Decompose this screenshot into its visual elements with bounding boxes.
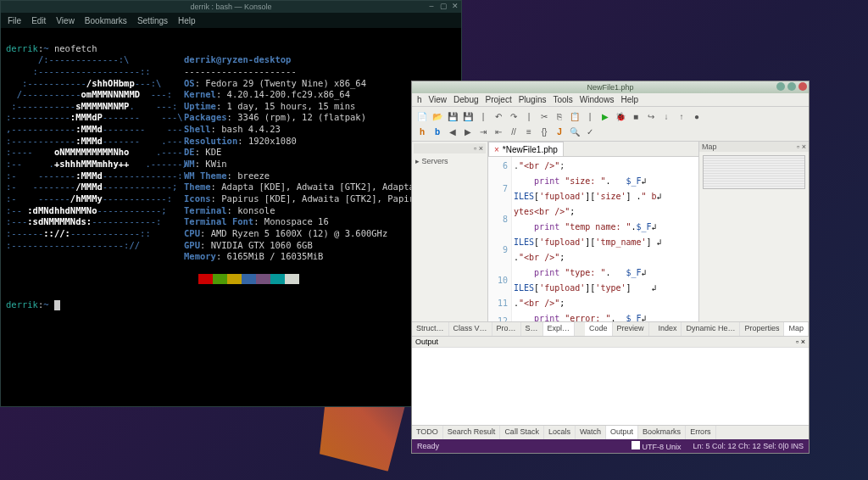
brackets-icon[interactable]: {} bbox=[537, 125, 551, 138]
menu-view[interactable]: View bbox=[429, 95, 448, 104]
nav-back-icon[interactable]: ◀ bbox=[446, 125, 459, 138]
tab-close-icon[interactable]: × bbox=[494, 145, 499, 154]
tab-locals[interactable]: Locals bbox=[544, 426, 576, 439]
save-icon[interactable]: 💾 bbox=[446, 109, 459, 123]
ide-left-panel: ▫ × ▸ Servers bbox=[412, 142, 488, 321]
menu-help[interactable]: Help bbox=[178, 16, 196, 25]
menu-h[interactable]: h bbox=[417, 95, 422, 104]
tab-newfile[interactable]: ×*NewFile1.php bbox=[488, 142, 564, 156]
menu-project[interactable]: Project bbox=[486, 95, 512, 104]
menu-plugins[interactable]: Plugins bbox=[519, 95, 547, 104]
new-file-icon[interactable]: 📄 bbox=[415, 109, 429, 123]
tab-watch[interactable]: Watch bbox=[576, 426, 606, 439]
close-icon[interactable]: ✕ bbox=[451, 2, 459, 10]
menu-bookmarks[interactable]: Bookmarks bbox=[85, 16, 127, 25]
menu-file[interactable]: File bbox=[8, 16, 21, 25]
neofetch-ascii: /:-------------:\ :-------------------::… bbox=[6, 54, 184, 251]
prompt-user: derrik bbox=[6, 43, 38, 53]
panel-close-icon[interactable]: ▫ × bbox=[474, 144, 483, 153]
map-label: Map bbox=[702, 142, 717, 151]
line-gutter: 6 7 8 9 10 11 12 13 14 bbox=[488, 157, 512, 321]
menu-view[interactable]: View bbox=[56, 16, 75, 25]
outdent-icon[interactable]: ⇤ bbox=[492, 125, 505, 138]
panel-close-icon[interactable]: ▫ × bbox=[797, 142, 806, 151]
redo-icon[interactable]: ↷ bbox=[507, 109, 520, 123]
stop-icon[interactable]: ■ bbox=[629, 109, 643, 123]
tab-map[interactable]: Map bbox=[784, 322, 809, 336]
tab-bookmarks[interactable]: Bookmarks bbox=[638, 426, 686, 439]
indent-icon[interactable]: ⇥ bbox=[476, 125, 490, 138]
ide-panel-tabs-upper: Struct… Class V… Pro… S… Expl… Code Prev… bbox=[412, 321, 809, 336]
tab-errors[interactable]: Errors bbox=[686, 426, 716, 439]
terminal-menubar: File Edit View Bookmarks Settings Help bbox=[1, 13, 461, 28]
copy-icon[interactable]: ⎘ bbox=[553, 109, 566, 123]
debug-icon[interactable]: 🐞 bbox=[614, 109, 627, 123]
ide-statusbar: Ready UTF-8 Unix Ln: 5 Col: 12 Ch: 12 Se… bbox=[412, 439, 809, 453]
run-icon[interactable]: ▶ bbox=[598, 109, 612, 123]
step-over-icon[interactable]: ↪ bbox=[644, 109, 658, 123]
step-out-icon[interactable]: ↑ bbox=[675, 109, 688, 123]
minimap[interactable] bbox=[703, 155, 805, 189]
j-icon[interactable]: J bbox=[553, 125, 566, 138]
tab-preview[interactable]: Preview bbox=[613, 322, 649, 336]
tab-search[interactable]: Search Result bbox=[443, 426, 501, 439]
paste-icon[interactable]: 📋 bbox=[568, 109, 581, 123]
folder-icon: ▸ bbox=[415, 157, 420, 165]
output-label: Output bbox=[415, 338, 438, 346]
neofetch-info: derrik@ryzen-desktop -------------------… bbox=[184, 54, 447, 287]
code-editor[interactable]: 6 7 8 9 10 11 12 13 14 ."<br />"; print … bbox=[488, 157, 698, 321]
terminal-title: derrik : bash — Konsole bbox=[190, 3, 271, 11]
terminal-window: derrik : bash — Konsole – ▢ ✕ File Edit … bbox=[0, 0, 462, 407]
tab-todo[interactable]: TODO bbox=[412, 426, 443, 439]
terminal-body[interactable]: derrik:~ neofetch /:-------------:\ :---… bbox=[1, 28, 461, 326]
format-icon[interactable]: ≡ bbox=[522, 125, 536, 138]
checkbox-icon[interactable] bbox=[632, 441, 640, 449]
validate-icon[interactable]: ✓ bbox=[583, 125, 597, 138]
output-area: Output▫ × bbox=[412, 336, 809, 425]
sep-icon: | bbox=[583, 109, 597, 123]
menu-help[interactable]: Help bbox=[620, 95, 638, 104]
panel-close-icon[interactable]: ▫ × bbox=[796, 338, 805, 346]
tab-classview[interactable]: Class V… bbox=[449, 322, 492, 336]
tab-s[interactable]: S… bbox=[521, 322, 543, 336]
code-area[interactable]: ."<br />"; print "size: ". $_F↲ ILES['fu… bbox=[512, 157, 698, 321]
comment-icon[interactable]: // bbox=[507, 125, 520, 138]
tab-code[interactable]: Code bbox=[585, 322, 613, 336]
menu-debug[interactable]: Debug bbox=[453, 95, 478, 104]
menu-windows[interactable]: Windows bbox=[580, 95, 615, 104]
cut-icon[interactable]: ✂ bbox=[537, 109, 551, 123]
tab-dynamic[interactable]: Dynamic He… bbox=[682, 322, 740, 336]
maximize-icon[interactable] bbox=[787, 82, 796, 91]
tab-structure[interactable]: Struct… bbox=[412, 322, 449, 336]
tab-index[interactable]: Index bbox=[654, 322, 682, 336]
php-tag-icon[interactable]: h bbox=[415, 125, 429, 138]
minimize-icon[interactable]: – bbox=[427, 2, 436, 10]
breakpoint-icon[interactable]: ● bbox=[690, 109, 704, 123]
nav-fwd-icon[interactable]: ▶ bbox=[461, 125, 475, 138]
tab-output[interactable]: Output bbox=[606, 426, 638, 439]
ide-panel-tabs-lower: TODO Search Result Call Stack Locals Wat… bbox=[412, 425, 809, 439]
ide-toolbars: 📄 📂 💾 💾 | ↶ ↷ | ✂ ⎘ 📋 | ▶ 🐞 ■ ↪ ↓ ↑ ● h … bbox=[412, 107, 809, 142]
undo-icon[interactable]: ↶ bbox=[492, 109, 505, 123]
find-icon[interactable]: 🔍 bbox=[568, 125, 581, 138]
menu-settings[interactable]: Settings bbox=[137, 16, 168, 25]
menu-tools[interactable]: Tools bbox=[553, 95, 572, 104]
maximize-icon[interactable]: ▢ bbox=[439, 2, 448, 10]
status-ready: Ready bbox=[417, 442, 439, 450]
menu-edit[interactable]: Edit bbox=[31, 16, 46, 25]
close-icon[interactable] bbox=[798, 82, 807, 91]
minimize-icon[interactable] bbox=[776, 82, 785, 91]
terminal-titlebar[interactable]: derrik : bash — Konsole – ▢ ✕ bbox=[1, 1, 461, 13]
ide-titlebar[interactable]: NewFile1.php bbox=[412, 81, 809, 93]
save-all-icon[interactable]: 💾 bbox=[461, 109, 475, 123]
ide-right-panel: Map▫ × bbox=[698, 142, 809, 321]
servers-row[interactable]: ▸ Servers bbox=[414, 155, 486, 167]
cursor-icon bbox=[54, 300, 60, 310]
step-in-icon[interactable]: ↓ bbox=[659, 109, 673, 123]
tab-explorer[interactable]: Expl… bbox=[543, 322, 576, 336]
bold-icon[interactable]: b bbox=[431, 125, 444, 138]
tab-properties[interactable]: Properties bbox=[740, 322, 784, 336]
open-icon[interactable]: 📂 bbox=[431, 109, 444, 123]
tab-callstack[interactable]: Call Stack bbox=[500, 426, 544, 439]
tab-pro[interactable]: Pro… bbox=[492, 322, 521, 336]
